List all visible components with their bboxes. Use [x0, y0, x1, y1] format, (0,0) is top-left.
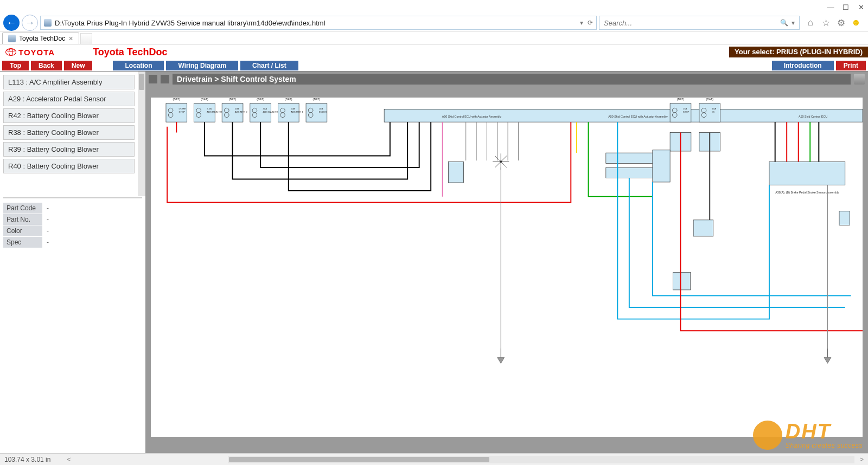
part-list-item[interactable]: R38 : Battery Cooling Blower [3, 125, 135, 140]
svg-text:15A: 15A [683, 107, 687, 110]
address-text: D:\Toyota Prius Plug-In Hybrid ZVW35 Ser… [55, 19, 577, 27]
chart-list-button[interactable]: Chart / List [240, 61, 298, 70]
window-titlebar: — ☐ ✕ [0, 0, 868, 14]
spec-row: Spec - [3, 237, 142, 248]
left-panel-icon[interactable] [149, 75, 157, 83]
part-list-item[interactable]: R42 : Battery Cooling Blower [3, 108, 135, 123]
svg-text:(BAT): (BAT) [706, 98, 713, 101]
back-button[interactable]: Back [31, 61, 62, 70]
svg-text:A50  Skid Control ECU with Act: A50 Skid Control ECU with Actuator Assem… [608, 115, 668, 118]
sidebar: L113 : A/C Amplifier Assembly A29 : Acce… [0, 72, 145, 453]
part-list-scrollbar[interactable] [138, 72, 145, 196]
svg-text:(BAT): (BAT) [313, 98, 321, 101]
part-list: L113 : A/C Amplifier Assembly A29 : Acce… [0, 72, 138, 196]
svg-rect-57 [606, 153, 659, 163]
favorites-icon[interactable]: ☆ [820, 17, 831, 28]
diagram-viewport[interactable]: A50 Skid Control ECU with Actuator Assem… [145, 87, 868, 453]
svg-rect-56 [448, 162, 463, 183]
browser-tab-active[interactable]: Toyota TechDoc ✕ [2, 33, 79, 44]
svg-rect-46 [699, 104, 720, 122]
svg-text:ABS MAIN NO.2: ABS MAIN NO.2 [207, 111, 224, 113]
tab-close-icon[interactable]: ✕ [68, 35, 73, 42]
part-list-item[interactable]: L113 : A/C Amplifier Assembly [3, 75, 135, 89]
toyota-logo: TOYOTA [0, 48, 60, 57]
search-input[interactable] [604, 19, 780, 27]
vehicle-selection: Your select: PRIUS (PLUG-IN HYBRID) [729, 47, 868, 57]
main-area: L113 : A/C Amplifier Assembly A29 : Acce… [0, 72, 868, 453]
svg-text:ABS MTR 1: ABS MTR 1 [291, 111, 303, 113]
part-code-label: Part Code [3, 203, 42, 214]
spec-value: - [42, 237, 53, 248]
search-dropdown-icon[interactable]: ▾ [788, 19, 795, 27]
svg-rect-59 [653, 150, 670, 182]
svg-text:ECU IG: ECU IG [319, 111, 327, 113]
app-toolbar: Top Back New Location Wiring Diagram Cha… [0, 60, 868, 72]
maximize-button[interactable]: ☐ [842, 3, 850, 11]
diagram-canvas[interactable]: A50 Skid Control ECU with Actuator Assem… [151, 98, 863, 437]
svg-text:(BAT): (BAT) [229, 98, 237, 101]
page-favicon-icon [44, 19, 52, 27]
nav-forward-button[interactable]: → [22, 15, 38, 31]
location-button[interactable]: Location [113, 61, 164, 70]
print-diagram-icon[interactable] [854, 74, 865, 85]
dropdown-icon[interactable]: ▾ [580, 19, 583, 27]
browser-nav-row: ← → D:\Toyota Prius Plug-In Hybrid ZVW35… [0, 14, 868, 31]
browser-tool-icons: ⌂ ☆ ⚙ ☻ [802, 17, 865, 28]
right-panel-icon[interactable] [161, 75, 169, 83]
svg-rect-60 [673, 273, 690, 290]
refresh-icon[interactable]: ⟳ [588, 19, 593, 27]
svg-text:DOME: DOME [179, 107, 186, 110]
top-button[interactable]: Top [2, 61, 29, 70]
svg-rect-54 [769, 162, 845, 185]
svg-text:(BAT): (BAT) [173, 98, 181, 101]
introduction-button[interactable]: Introduction [772, 61, 834, 70]
home-icon[interactable]: ⌂ [805, 17, 816, 28]
browser-tabs-row: Toyota TechDoc ✕ [0, 31, 868, 44]
part-code-value: - [42, 203, 53, 214]
svg-rect-58 [606, 167, 659, 178]
svg-rect-61 [693, 220, 713, 236]
svg-text:30A: 30A [263, 107, 267, 110]
scrollbar-thumb[interactable] [139, 74, 144, 90]
svg-line-69 [495, 156, 501, 162]
search-icon[interactable]: 🔍 [780, 19, 788, 27]
address-bar[interactable]: D:\Toyota Prius Plug-In Hybrid ZVW35 Ser… [40, 16, 597, 30]
tab-favicon-icon [8, 35, 16, 42]
color-value: - [42, 225, 53, 236]
toyota-brand-text: TOYOTA [18, 48, 55, 57]
svg-text:ABS MTR 2: ABS MTR 2 [235, 111, 247, 113]
search-bar[interactable]: 🔍 ▾ [599, 16, 800, 30]
svg-text:A50  Skid Control ECU: A50 Skid Control ECU [799, 115, 827, 118]
feedback-icon[interactable]: ☻ [851, 17, 861, 28]
svg-line-65 [501, 162, 507, 167]
address-buttons: ▾ ⟳ [580, 19, 593, 27]
part-list-item[interactable]: R40 : Battery Cooling Blower [3, 159, 135, 173]
svg-text:10A: 10A [319, 107, 323, 110]
part-list-item[interactable]: A29 : Accelerator Pedal Sensor [3, 92, 135, 106]
breadcrumb-bar: Drivetrain > Shift Control System [145, 72, 868, 87]
print-button[interactable]: Print [836, 61, 866, 70]
wiring-diagram-button[interactable]: Wiring Diagram [166, 61, 238, 70]
tab-title: Toyota TechDoc [19, 35, 65, 42]
svg-line-67 [495, 162, 501, 167]
svg-text:50A: 50A [291, 107, 295, 110]
svg-text:10A: 10A [712, 107, 717, 110]
svg-line-71 [501, 156, 507, 162]
settings-icon[interactable]: ⚙ [835, 17, 846, 28]
close-button[interactable]: ✕ [857, 3, 865, 11]
svg-text:(BAT): (BAT) [677, 98, 685, 101]
part-list-item[interactable]: R39 : Battery Cooling Blower [3, 142, 135, 157]
watermark-sub: Sharing creates success [786, 442, 863, 449]
nav-back-button[interactable]: ← [3, 15, 20, 31]
wiring-diagram: A50 Skid Control ECU with Actuator Assem… [151, 98, 863, 437]
minimize-button[interactable]: — [827, 3, 834, 11]
svg-text:STOP: STOP [179, 111, 186, 113]
svg-text:(BAT): (BAT) [285, 98, 292, 101]
svg-text:IG: IG [712, 111, 715, 113]
new-tab-button[interactable] [80, 33, 92, 44]
breadcrumb-text: Drivetrain > Shift Control System [173, 74, 851, 85]
content-pane: Drivetrain > Shift Control System A50 Sk… [145, 72, 868, 453]
part-no-value: - [42, 214, 53, 225]
svg-text:7.5A: 7.5A [207, 107, 212, 110]
new-button[interactable]: New [64, 61, 93, 70]
